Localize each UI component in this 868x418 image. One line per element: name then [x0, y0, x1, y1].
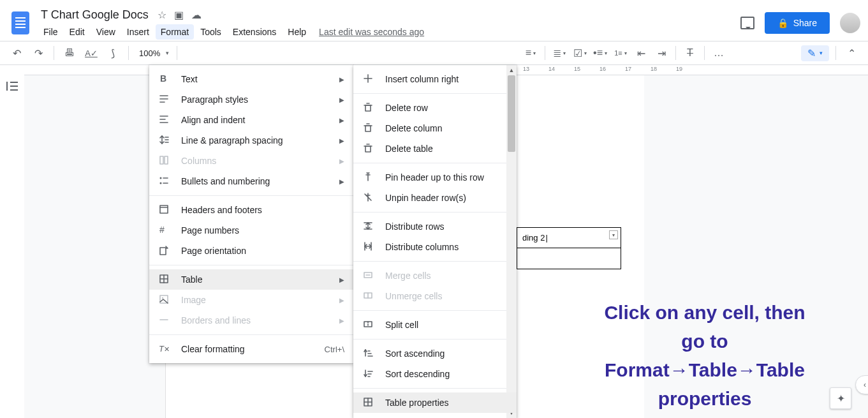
- menu-item-label: Unpin header row(s): [385, 193, 466, 203]
- table-sub-item-split-cell[interactable]: Split cell: [353, 315, 517, 335]
- bold-icon: B: [158, 73, 170, 86]
- table-sub-item-sort-ascending[interactable]: Sort ascending: [353, 343, 517, 364]
- menu-item-label: Delete row: [385, 103, 428, 113]
- table-sub-item-distribute-rows[interactable]: Distribute rows: [353, 216, 517, 237]
- format-item-image: Image▶: [149, 290, 353, 310]
- submenu-arrow-icon: ▶: [339, 317, 344, 324]
- move-icon[interactable]: ▣: [174, 9, 184, 21]
- indent-increase-button[interactable]: ⇥: [652, 44, 670, 62]
- indent-decrease-button[interactable]: ⇤: [632, 44, 650, 62]
- table-sub-item-table-properties[interactable]: Table properties: [353, 392, 517, 413]
- sortasc-icon: [362, 347, 374, 361]
- table-sub-separator: [353, 163, 517, 163]
- bulleted-list-button[interactable]: •≡: [591, 44, 609, 62]
- para-icon: [158, 93, 170, 107]
- clear-format-button[interactable]: T: [681, 44, 699, 62]
- more-toolbar-button[interactable]: …: [710, 44, 728, 62]
- cell-options-dropdown-icon[interactable]: ▾: [609, 230, 618, 239]
- svg-point-15: [160, 182, 162, 184]
- format-item-paragraph-styles[interactable]: Paragraph styles▶: [149, 89, 353, 110]
- pencil-icon: ✎: [807, 47, 816, 59]
- cloud-status-icon[interactable]: ☁: [191, 9, 202, 21]
- account-avatar[interactable]: [840, 13, 860, 33]
- zoom-select[interactable]: 100%: [135, 49, 170, 58]
- menu-file[interactable]: File: [38, 24, 63, 40]
- align-button[interactable]: ≡: [522, 44, 540, 62]
- collapse-toolbar-button[interactable]: ⌃: [842, 44, 860, 62]
- numbered-list-button[interactable]: 1≡: [612, 44, 629, 62]
- menu-item-label: Borders and lines: [181, 315, 251, 325]
- doc-table-fragment[interactable]: ding 2|▾: [517, 227, 621, 269]
- format-item-bullets-and-numbering[interactable]: Bullets and numbering▶: [149, 171, 353, 191]
- ruler-mark: 16: [600, 66, 606, 72]
- editing-mode-chip[interactable]: ✎ ▾: [801, 45, 829, 61]
- redo-button[interactable]: ↷: [29, 44, 47, 62]
- svg-text:✕: ✕: [164, 345, 170, 353]
- explore-button[interactable]: ✦: [830, 387, 851, 409]
- format-item-page-orientation[interactable]: Page orientation: [149, 241, 353, 261]
- spacing-icon: [158, 134, 170, 147]
- format-item-page-numbers[interactable]: #Page numbers: [149, 220, 353, 241]
- svg-text:B: B: [160, 73, 166, 84]
- image-icon: [158, 294, 170, 307]
- format-item-text[interactable]: BText▶: [149, 69, 353, 89]
- menu-item-label: Distribute rows: [385, 221, 445, 232]
- svg-point-25: [162, 297, 163, 298]
- table-sub-item-pin-header-up-to-this-row[interactable]: Pin header up to this row: [353, 167, 517, 188]
- share-button[interactable]: 🔒 Share: [765, 12, 830, 34]
- format-item-headers-and-footers[interactable]: Headers and footers: [149, 200, 353, 220]
- menu-extensions[interactable]: Extensions: [228, 24, 281, 40]
- table-sub-item-delete-row[interactable]: Delete row: [353, 98, 517, 118]
- table-sub-separator: [353, 93, 517, 94]
- menu-item-label: Unmerge cells: [385, 291, 442, 301]
- format-item-align-and-indent[interactable]: Align and indent▶: [149, 110, 353, 130]
- table-sub-item-delete-column[interactable]: Delete column: [353, 118, 517, 138]
- table-sub-item-insert-column-right[interactable]: Insert column right: [353, 69, 517, 89]
- print-button[interactable]: 🖶: [61, 44, 78, 62]
- table-sub-item-unpin-header-row-s-[interactable]: Unpin header row(s): [353, 188, 517, 208]
- submenu-arrow-icon: ▶: [339, 297, 344, 304]
- undo-button[interactable]: ↶: [8, 44, 26, 62]
- table-sub-item-distribute-columns[interactable]: Distribute columns: [353, 237, 517, 257]
- menu-item-label: Table properties: [385, 398, 449, 408]
- spellcheck-button[interactable]: A✓: [82, 44, 100, 62]
- table-sub-item-sort-descending[interactable]: Sort descending: [353, 364, 517, 384]
- document-title[interactable]: T Chart Google Docs: [38, 7, 151, 23]
- table-sub-separator: [353, 339, 517, 340]
- toolbar: ↶ ↷ 🖶 A✓ ⟆ 100% ≡ ≣ ☑ •≡ 1≡ ⇤ ⇥ T … ✎ ▾ …: [0, 41, 868, 65]
- svg-rect-11: [160, 156, 163, 164]
- menu-view[interactable]: View: [91, 24, 121, 40]
- menu-insert[interactable]: Insert: [122, 24, 154, 40]
- menu-item-label: Split cell: [385, 320, 418, 330]
- menu-edit[interactable]: Edit: [64, 24, 90, 40]
- comment-history-icon[interactable]: [740, 17, 754, 29]
- format-separator: [149, 195, 353, 196]
- format-item-table[interactable]: Table▶: [149, 269, 353, 290]
- split-icon: [362, 318, 374, 332]
- table-sub-item-unmerge-cells: Unmerge cells: [353, 286, 517, 306]
- format-item-clear-formatting[interactable]: T✕Clear formattingCtrl+\: [149, 339, 353, 359]
- hf-icon: [158, 204, 170, 217]
- hash-icon: #: [158, 224, 170, 237]
- outline-toggle-icon[interactable]: [6, 82, 18, 91]
- menu-tools[interactable]: Tools: [195, 24, 226, 40]
- table-sub-item-delete-table[interactable]: Delete table: [353, 138, 517, 159]
- docs-logo[interactable]: [8, 10, 33, 36]
- menu-item-label: Pin header up to this row: [385, 172, 484, 183]
- table-sub-separator: [353, 388, 517, 389]
- menu-format[interactable]: Format: [156, 24, 194, 40]
- svg-point-13: [160, 177, 162, 179]
- annot-line1: Click on any cell, then: [552, 298, 858, 327]
- checklist-button[interactable]: ☑: [571, 44, 589, 62]
- menu-help[interactable]: Help: [283, 24, 311, 40]
- star-icon[interactable]: ☆: [158, 9, 166, 21]
- ruler-mark: 15: [574, 66, 580, 72]
- format-item-line-paragraph-spacing[interactable]: Line & paragraph spacing▶: [149, 130, 353, 151]
- last-edit-link[interactable]: Last edit was seconds ago: [319, 27, 424, 37]
- line-spacing-button[interactable]: ≣: [550, 44, 568, 62]
- submenu-arrow-icon: ▶: [339, 276, 344, 283]
- svg-rect-31: [365, 105, 371, 111]
- menu-item-label: Headers and footers: [181, 205, 262, 215]
- paint-format-button[interactable]: ⟆: [104, 44, 122, 62]
- submenu-arrow-icon: ▶: [339, 137, 344, 144]
